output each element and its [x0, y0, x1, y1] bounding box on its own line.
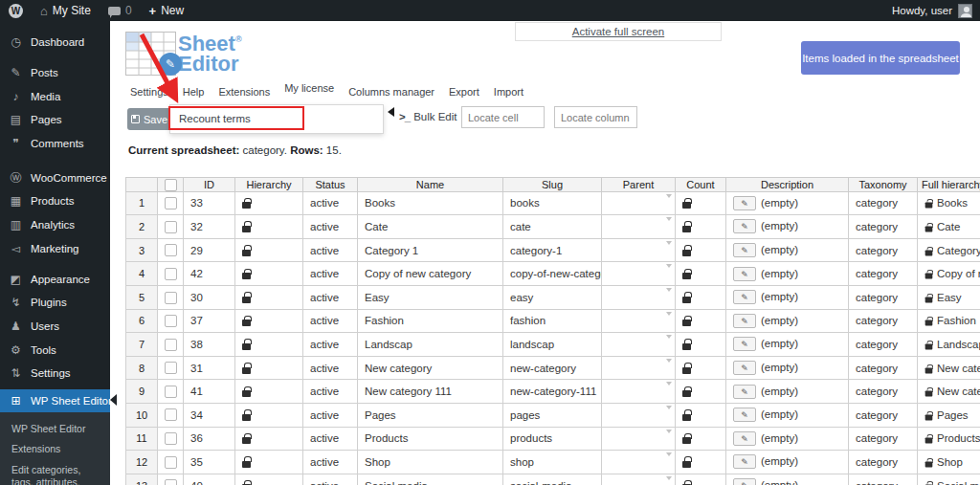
dropdown-caret-icon[interactable]	[666, 312, 672, 316]
col-header-parent[interactable]: Parent	[602, 178, 676, 192]
edit-description-button[interactable]: ✎	[733, 267, 756, 281]
cell-locked[interactable]	[676, 474, 726, 485]
cell-full-hierarchy[interactable]: New categ...	[918, 380, 980, 404]
cell-parent[interactable]	[602, 380, 676, 404]
cell-slug[interactable]: copy-of-new-category	[503, 262, 602, 286]
tab-help[interactable]: Help	[183, 86, 205, 98]
cell-description[interactable]: ✎(empty)	[726, 356, 849, 380]
cell-name[interactable]: Category 1	[358, 238, 503, 262]
row-number[interactable]: 13	[126, 474, 158, 485]
col-header-count[interactable]: Count	[676, 178, 726, 192]
items-loaded-button[interactable]: Items loaded in the spreadsheet	[801, 41, 960, 75]
row-number[interactable]: 7	[126, 333, 158, 357]
dropdown-caret-icon[interactable]	[666, 241, 672, 245]
cell-description[interactable]: ✎(empty)	[726, 262, 849, 286]
edit-description-button[interactable]: ✎	[733, 337, 756, 351]
sidebar-subitem-wp-sheet-editor[interactable]: WP Sheet Editor	[0, 419, 110, 439]
row-checkbox[interactable]	[165, 292, 177, 304]
cell-full-hierarchy[interactable]: Social me...	[918, 474, 980, 485]
cell-taxonomy[interactable]: category	[849, 403, 918, 427]
row-checkbox[interactable]	[165, 339, 177, 351]
cell-name[interactable]: Shop	[358, 451, 503, 474]
tab-export[interactable]: Export	[449, 86, 479, 98]
cell-locked[interactable]	[235, 403, 303, 427]
cell-id[interactable]: 41	[184, 380, 235, 404]
cell-locked[interactable]	[676, 262, 726, 286]
cell-id[interactable]: 31	[184, 356, 235, 380]
row-number[interactable]: 1	[126, 191, 158, 215]
cell-slug[interactable]: category-1	[503, 238, 602, 262]
col-header-row-number[interactable]	[126, 178, 158, 192]
row-number[interactable]: 11	[126, 427, 158, 451]
col-header-id[interactable]: ID	[184, 178, 235, 192]
cell-slug[interactable]: books	[503, 191, 602, 215]
dropdown-caret-icon[interactable]	[666, 264, 672, 268]
dropdown-caret-icon[interactable]	[666, 335, 672, 339]
sidebar-item-marketing[interactable]: ◅Marketing	[0, 237, 110, 261]
row-checkbox[interactable]	[165, 386, 177, 398]
edit-description-button[interactable]: ✎	[733, 196, 756, 210]
dropdown-caret-icon[interactable]	[666, 476, 672, 480]
cell-parent[interactable]	[602, 215, 676, 239]
col-header-full-hierarchy[interactable]: Full hierarchy	[918, 178, 980, 192]
cell-slug[interactable]: pages	[503, 403, 602, 427]
cell-description[interactable]: ✎(empty)	[726, 285, 849, 309]
my-site-link[interactable]: ⌂ My Site	[32, 0, 100, 21]
cell-status[interactable]: active	[303, 333, 358, 357]
cell-description[interactable]: ✎(empty)	[726, 380, 849, 404]
cell-name[interactable]: Social media	[358, 474, 503, 485]
cell-slug[interactable]: fashion	[503, 309, 602, 333]
cell-name[interactable]: New category 111	[358, 380, 503, 404]
cell-full-hierarchy[interactable]: Cate	[918, 215, 980, 239]
sidebar-item-dashboard[interactable]: ◷Dashboard	[0, 31, 110, 55]
collapse-arrow-icon[interactable]	[388, 107, 394, 117]
sidebar-item-tools[interactable]: ⚙Tools	[0, 338, 110, 362]
edit-description-button[interactable]: ✎	[733, 431, 756, 446]
cell-status[interactable]: active	[303, 427, 358, 451]
cell-full-hierarchy[interactable]: New categ...	[918, 356, 980, 380]
cell-description[interactable]: ✎(empty)	[726, 451, 849, 474]
edit-description-button[interactable]: ✎	[733, 454, 756, 469]
row-number[interactable]: 3	[126, 238, 158, 262]
cell-slug[interactable]: social-media	[503, 474, 602, 485]
col-header-description[interactable]: Description	[726, 178, 849, 192]
cell-id[interactable]: 30	[184, 285, 235, 309]
cell-slug[interactable]: easy	[503, 285, 602, 309]
cell-id[interactable]: 34	[184, 403, 235, 427]
dropdown-caret-icon[interactable]	[666, 452, 672, 456]
row-number[interactable]: 9	[126, 380, 158, 404]
sidebar-item-appearance[interactable]: ◩Appearance	[0, 267, 110, 291]
cell-taxonomy[interactable]: category	[849, 333, 918, 357]
cell-id[interactable]: 32	[184, 215, 235, 239]
bulk-edit-button[interactable]: >_ Bulk Edit	[399, 111, 457, 122]
row-number[interactable]: 10	[126, 403, 158, 427]
edit-description-button[interactable]: ✎	[733, 243, 756, 257]
cell-id[interactable]: 33	[184, 191, 235, 215]
sidebar-item-analytics[interactable]: ▥Analytics	[0, 213, 110, 237]
cell-slug[interactable]: new-category	[503, 356, 602, 380]
dropdown-caret-icon[interactable]	[666, 194, 672, 198]
cell-full-hierarchy[interactable]: Copy of n...	[918, 262, 980, 286]
user-avatar[interactable]	[958, 4, 972, 18]
cell-parent[interactable]	[602, 451, 676, 474]
cell-parent[interactable]	[602, 356, 676, 380]
cell-slug[interactable]: new-category-111	[503, 380, 602, 404]
cell-status[interactable]: active	[303, 403, 358, 427]
dropdown-caret-icon[interactable]	[666, 382, 672, 386]
cell-id[interactable]: 37	[184, 309, 235, 333]
cell-taxonomy[interactable]: category	[849, 285, 918, 309]
dropdown-caret-icon[interactable]	[666, 430, 672, 433]
cell-status[interactable]: active	[303, 451, 358, 474]
edit-description-button[interactable]: ✎	[733, 408, 756, 422]
cell-id[interactable]: 35	[184, 451, 235, 474]
cell-locked[interactable]	[235, 215, 303, 239]
cell-locked[interactable]	[235, 380, 303, 404]
edit-description-button[interactable]: ✎	[733, 290, 756, 304]
cell-slug[interactable]: shop	[503, 451, 602, 474]
cell-description[interactable]: ✎(empty)	[726, 238, 849, 262]
cell-slug[interactable]: cate	[503, 215, 602, 239]
col-header-slug[interactable]: Slug	[503, 178, 602, 192]
cell-taxonomy[interactable]: category	[849, 191, 918, 215]
cell-status[interactable]: active	[303, 215, 358, 239]
sidebar-subitem-extensions[interactable]: Extensions	[0, 439, 110, 459]
